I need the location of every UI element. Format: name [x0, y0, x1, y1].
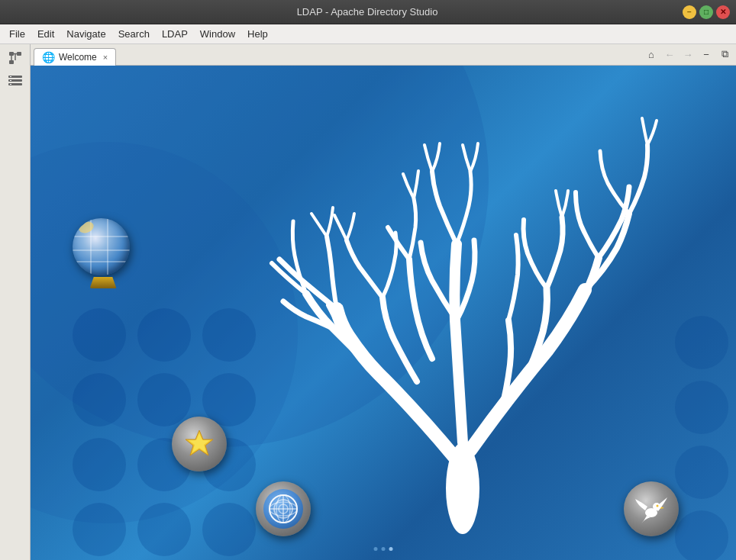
dot-r4 — [675, 510, 728, 560]
menu-help[interactable]: Help — [241, 27, 274, 41]
title-bar: LDAP - Apache Directory Studio − □ ✕ — [0, 0, 736, 24]
svg-rect-1 — [17, 52, 21, 56]
dot-r3 — [675, 446, 728, 499]
dot-2 — [137, 308, 191, 362]
dot-11 — [137, 503, 191, 556]
tab-welcome-label: Welcome — [59, 52, 97, 63]
minimize-view-button[interactable]: − — [698, 47, 715, 62]
menu-search[interactable]: Search — [112, 27, 156, 41]
dot-7 — [73, 438, 126, 491]
main-area: 🌐 Welcome × ⌂ ← → − ⧉ — [0, 44, 736, 560]
sidebar-schema-icon[interactable] — [5, 70, 26, 92]
eagle-icon-button[interactable] — [624, 481, 679, 536]
home-button[interactable]: ⌂ — [643, 47, 660, 62]
content-area: 🌐 Welcome × ⌂ ← → − ⧉ — [31, 44, 736, 560]
menu-ldap[interactable]: LDAP — [156, 27, 194, 41]
close-button[interactable]: ✕ — [716, 5, 730, 19]
dot-4 — [73, 373, 126, 426]
svg-rect-11 — [10, 84, 11, 85]
welcome-background — [31, 66, 736, 560]
welcome-panel — [31, 66, 736, 560]
tree-illustration — [264, 92, 661, 534]
tab-welcome-icon: 🌐 — [42, 51, 55, 63]
status-dot-3 — [389, 547, 393, 551]
tab-toolbar: ⌂ ← → − ⧉ — [643, 47, 733, 65]
dot-r1 — [675, 316, 728, 369]
tab-close-button[interactable]: × — [103, 53, 108, 62]
window-title: LDAP - Apache Directory Studio — [52, 6, 683, 18]
window-controls: − □ ✕ — [683, 5, 730, 19]
status-indicator — [374, 547, 393, 551]
menu-edit[interactable]: Edit — [31, 27, 60, 41]
svg-rect-9 — [10, 76, 11, 77]
back-button[interactable]: ← — [661, 47, 678, 62]
svg-rect-0 — [9, 52, 14, 56]
svg-rect-2 — [9, 60, 14, 64]
menu-file[interactable]: File — [3, 27, 31, 41]
tab-welcome[interactable]: 🌐 Welcome × — [34, 48, 116, 66]
globe-stand — [90, 277, 117, 288]
svg-point-25 — [657, 505, 659, 507]
dot-r2 — [675, 381, 728, 434]
sidebar-connections-icon[interactable] — [5, 47, 26, 69]
globe-icon-button[interactable] — [73, 218, 134, 279]
menu-navigate[interactable]: Navigate — [60, 27, 111, 41]
tab-bar: 🌐 Welcome × ⌂ ← → − ⧉ — [31, 44, 736, 66]
dot-12 — [202, 503, 256, 556]
maximize-button[interactable]: □ — [699, 5, 713, 19]
menu-bar: File Edit Navigate Search LDAP Window He… — [0, 24, 736, 44]
dot-1 — [73, 308, 126, 362]
sidebar — [0, 44, 31, 560]
forward-button[interactable]: → — [680, 47, 696, 62]
dot-10 — [73, 503, 126, 556]
svg-rect-10 — [10, 80, 11, 81]
restore-view-button[interactable]: ⧉ — [716, 47, 733, 62]
status-dot-1 — [374, 547, 378, 551]
dot-3 — [202, 308, 256, 362]
star-icon-button[interactable] — [172, 417, 227, 471]
minimize-button[interactable]: − — [683, 5, 696, 19]
web-icon-button[interactable] — [256, 481, 311, 536]
menu-window[interactable]: Window — [194, 27, 241, 41]
status-dot-2 — [382, 547, 386, 551]
